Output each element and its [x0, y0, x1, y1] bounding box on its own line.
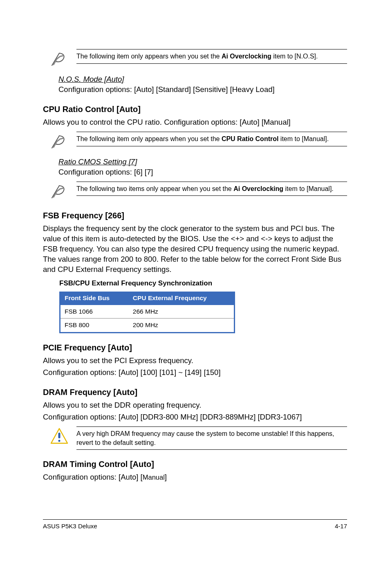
note-text-post: item to [Manual].	[278, 135, 329, 142]
fsb-body: Displays the frequency sent by the clock…	[43, 224, 347, 275]
dram-timing-body-pre: Configuration options: [Auto] [	[43, 473, 143, 481]
ratio-cmos-title: Ratio CMOS Setting [7]	[58, 157, 347, 167]
table-cell: 266 MHz	[129, 305, 235, 319]
table-cell: 200 MHz	[129, 319, 235, 333]
svg-rect-0	[58, 433, 61, 438]
table-cell: FSB 800	[60, 319, 129, 333]
table-cell: FSB 1066	[60, 305, 129, 319]
fsb-heading: FSB Frequency [266]	[43, 210, 347, 221]
dram-freq-heading: DRAM Frequency [Auto]	[43, 387, 347, 398]
note-text-pre: The following item only appears when you…	[76, 135, 222, 142]
nos-mode-title: N.O.S. Mode [Auto]	[58, 74, 347, 85]
note-text-post: item to [N.O.S].	[271, 53, 318, 60]
dram-timing-body-small: Manual	[143, 474, 165, 481]
cpu-ratio-body: Allows you to control the CPU ratio. Con…	[43, 117, 347, 128]
cpu-ratio-heading: CPU Ratio Control [Auto]	[43, 104, 347, 115]
dram-timing-heading: DRAM Timing Control [Auto]	[43, 459, 347, 470]
note-text-pre: The following item only appears when you…	[76, 53, 222, 60]
fsb-frequency-table: Front Side Bus CPU External Frequency FS…	[59, 292, 235, 334]
note-text-post: item to [Manual].	[283, 185, 334, 192]
nos-mode-config: Configuration options: [Auto] [Standard]…	[58, 85, 347, 95]
pcie-body2: Configuration options: [Auto] [100] [101…	[43, 368, 347, 378]
warning-text: A very high DRAM frequency may cause the…	[76, 426, 347, 450]
note-icon	[49, 49, 69, 69]
pcie-body1: Allows you to set the PCI Express freque…	[43, 356, 347, 366]
note-text-pre: The following two items only appear when…	[76, 185, 233, 192]
svg-point-1	[58, 440, 61, 442]
warning-icon	[49, 426, 69, 446]
note-ai-overclocking-nos: The following item only appears when you…	[49, 49, 347, 69]
table-header-fsb: Front Side Bus	[60, 292, 129, 305]
note-text-bold: Ai Overclocking	[233, 185, 283, 192]
note-text: The following item only appears when you…	[76, 132, 347, 146]
note-cpu-ratio-control: The following item only appears when you…	[49, 132, 347, 151]
footer-right: 4-17	[335, 522, 347, 530]
dram-freq-body1: Allows you to set the DDR operating freq…	[43, 400, 347, 411]
table-header-cpu-freq: CPU External Frequency	[129, 292, 235, 305]
note-ai-overclocking-manual: The following two items only appear when…	[49, 182, 347, 201]
table-row: FSB 1066 266 MHz	[60, 305, 235, 319]
footer-left: ASUS P5K3 Deluxe	[43, 522, 97, 530]
dram-freq-body2: Configuration options: [Auto] [DDR3-800 …	[43, 412, 347, 422]
page-footer: ASUS P5K3 Deluxe 4-17	[43, 519, 347, 530]
note-text-bold: Ai Overclocking	[222, 53, 271, 60]
dram-timing-body: Configuration options: [Auto] [Manual]	[43, 472, 347, 483]
note-text: The following two items only appear when…	[76, 182, 347, 196]
table-header-row: Front Side Bus CPU External Frequency	[60, 292, 235, 305]
note-text: The following item only appears when you…	[76, 49, 347, 64]
table-row: FSB 800 200 MHz	[60, 319, 235, 333]
note-icon	[49, 182, 69, 201]
fsb-table-title: FSB/CPU External Frequency Synchronizati…	[59, 279, 347, 288]
dram-timing-body-post: ]	[165, 473, 167, 481]
pcie-heading: PCIE Frequency [Auto]	[43, 342, 347, 353]
warning-dram-frequency: A very high DRAM frequency may cause the…	[49, 426, 347, 450]
note-icon	[49, 132, 69, 151]
note-text-bold: CPU Ratio Control	[222, 135, 279, 142]
ratio-cmos-config: Configuration options: [6] [7]	[58, 167, 347, 177]
